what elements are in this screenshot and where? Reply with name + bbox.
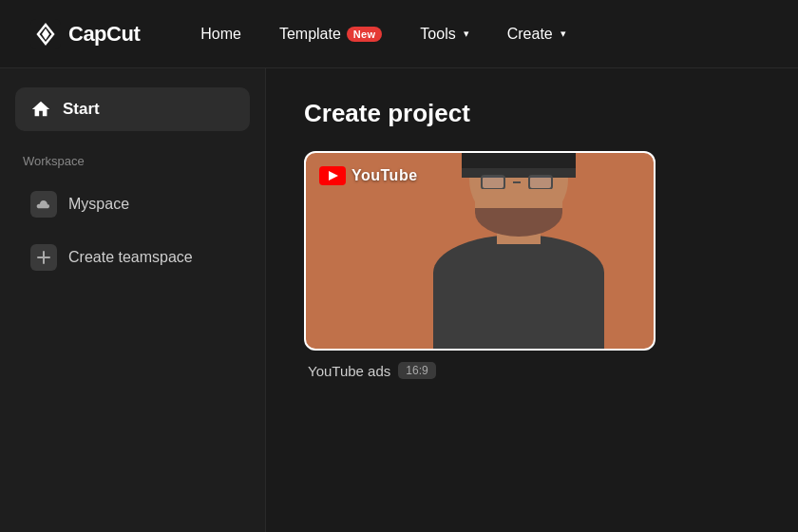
sidebar-teamspace-label: Create teamspace: [68, 249, 193, 266]
logo-text: CapCut: [68, 22, 140, 47]
header: CapCut Home Template New Tools ▾ Create …: [0, 0, 798, 68]
logo[interactable]: CapCut: [30, 19, 140, 49]
person-shirt: [433, 235, 604, 349]
sidebar-item-myspace[interactable]: Myspace: [15, 180, 250, 229]
youtube-label: YouTube: [352, 167, 418, 184]
create-chevron-icon: ▾: [560, 28, 566, 40]
main-nav: Home Template New Tools ▾ Create ▾: [185, 18, 768, 50]
project-card-youtube[interactable]: YouTube: [304, 151, 656, 379]
workspace-section-label: Workspace: [15, 154, 250, 168]
youtube-badge: YouTube: [319, 166, 418, 185]
person-beard: [475, 189, 562, 237]
sidebar-start-label: Start: [63, 100, 100, 119]
beard-top: [475, 189, 562, 208]
nav-tools[interactable]: Tools ▾: [405, 18, 484, 50]
sidebar-myspace-label: Myspace: [68, 196, 129, 213]
sidebar: Start Workspace Myspace Create teamspace: [0, 68, 266, 532]
card-label: YouTube ads 16:9: [304, 362, 656, 379]
sidebar-item-create-teamspace[interactable]: Create teamspace: [15, 233, 250, 282]
nav-home-label: Home: [200, 26, 241, 43]
sidebar-start[interactable]: Start: [15, 87, 250, 131]
glass-right: [528, 175, 553, 190]
home-icon: [30, 99, 51, 120]
main-layout: Start Workspace Myspace Create teamspace…: [0, 68, 798, 532]
person-thumbnail: [414, 159, 633, 349]
glass-left: [481, 175, 505, 190]
tools-chevron-icon: ▾: [464, 28, 469, 40]
nav-home[interactable]: Home: [185, 18, 256, 50]
nav-tools-label: Tools: [420, 26, 455, 43]
page-title: Create project: [304, 99, 760, 128]
capcut-logo-icon: [30, 19, 61, 49]
nav-create[interactable]: Create ▾: [492, 18, 581, 50]
glass-bridge: [513, 181, 521, 183]
template-new-badge: New: [347, 27, 383, 42]
plus-icon: [30, 244, 57, 271]
nav-template-label: Template: [279, 26, 341, 43]
cloud-icon: [30, 191, 57, 218]
nav-create-label: Create: [507, 26, 553, 43]
card-label-text: YouTube ads: [308, 363, 390, 379]
person-head: [469, 151, 568, 227]
project-thumbnail: YouTube: [304, 151, 656, 351]
ratio-badge: 16:9: [398, 362, 435, 379]
youtube-play-icon: [319, 166, 346, 185]
content-area: Create project YouTube: [266, 68, 798, 532]
nav-template[interactable]: Template New: [264, 18, 397, 50]
